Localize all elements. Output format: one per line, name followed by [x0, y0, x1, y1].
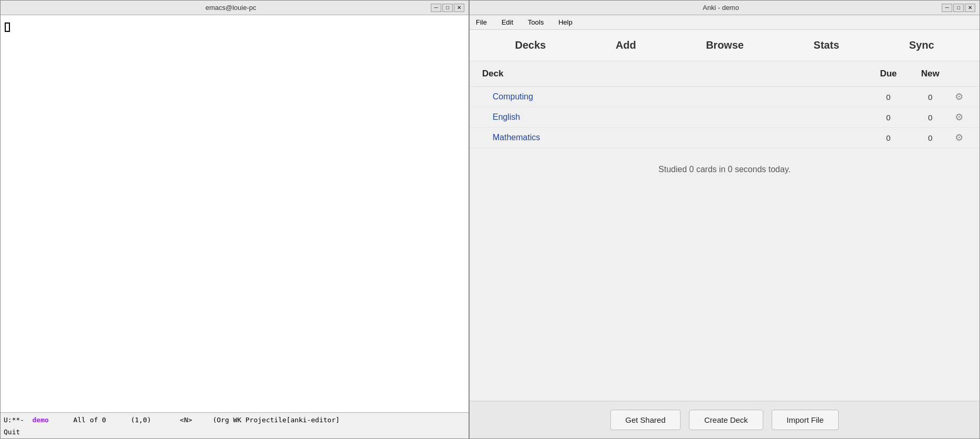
- anki-toolbar: Decks Add Browse Stats Sync: [470, 30, 979, 61]
- deck-new-count: 0: [909, 133, 951, 142]
- emacs-statusbar: U:**- demo All of 0 (1,0) <N> (Org WK Pr…: [1, 412, 469, 427]
- emacs-titlebar: emacs@louie-pc ─ □ ✕: [1, 1, 469, 15]
- deck-name[interactable]: Computing: [493, 92, 867, 102]
- deck-name[interactable]: Mathematics: [493, 133, 867, 142]
- anki-titlebar: Anki - demo ─ □ ✕: [470, 1, 979, 15]
- toolbar-browse-button[interactable]: Browse: [697, 37, 752, 53]
- import-file-button[interactable]: Import File: [772, 410, 839, 430]
- deck-list-header: Deck Due New: [470, 61, 979, 87]
- toolbar-decks-button[interactable]: Decks: [507, 37, 554, 53]
- anki-title: Anki - demo: [500, 4, 942, 12]
- create-deck-button[interactable]: Create Deck: [689, 410, 763, 430]
- toolbar-stats-button[interactable]: Stats: [805, 37, 848, 53]
- anki-main-content: Deck Due New Computing00⚙English00⚙Mathe…: [470, 61, 979, 401]
- emacs-buffer[interactable]: [1, 15, 469, 412]
- emacs-status-buffername: demo: [32, 416, 49, 424]
- deck-new-count: 0: [909, 93, 951, 102]
- emacs-minimize-button[interactable]: ─: [431, 4, 441, 12]
- deck-options-gear-icon[interactable]: ⚙: [951, 111, 967, 123]
- anki-restore-button[interactable]: □: [953, 4, 964, 12]
- deck-options-gear-icon[interactable]: ⚙: [951, 91, 967, 103]
- menu-tools[interactable]: Tools: [526, 17, 545, 27]
- deck-col-header-due: Due: [867, 69, 909, 79]
- anki-menubar: File Edit Tools Help: [470, 15, 979, 30]
- toolbar-add-button[interactable]: Add: [607, 37, 644, 53]
- deck-due-count: 0: [867, 113, 909, 122]
- deck-due-count: 0: [867, 93, 909, 102]
- menu-file[interactable]: File: [474, 17, 489, 27]
- deck-list-item: Mathematics00⚙: [470, 128, 979, 148]
- emacs-restore-button[interactable]: □: [442, 4, 453, 12]
- get-shared-button[interactable]: Get Shared: [610, 410, 681, 430]
- deck-due-count: 0: [867, 133, 909, 142]
- menu-edit[interactable]: Edit: [499, 17, 515, 27]
- deck-name[interactable]: English: [493, 112, 867, 122]
- emacs-close-button[interactable]: ✕: [454, 4, 464, 12]
- toolbar-sync-button[interactable]: Sync: [900, 37, 942, 53]
- deck-col-header-new: New: [909, 69, 951, 79]
- emacs-window: emacs@louie-pc ─ □ ✕ U:**- demo All of 0…: [0, 0, 469, 439]
- deck-new-count: 0: [909, 113, 951, 122]
- anki-footer: Get Shared Create Deck Import File: [470, 401, 979, 438]
- deck-options-gear-icon[interactable]: ⚙: [951, 132, 967, 143]
- deck-list-item: English00⚙: [470, 107, 979, 128]
- deck-col-header-deck: Deck: [482, 69, 867, 79]
- deck-list-item: Computing00⚙: [470, 87, 979, 107]
- anki-minimize-button[interactable]: ─: [942, 4, 952, 12]
- emacs-cursor: [5, 22, 10, 32]
- menu-help[interactable]: Help: [556, 17, 575, 27]
- anki-close-button[interactable]: ✕: [965, 4, 975, 12]
- studied-stats: Studied 0 cards in 0 seconds today.: [470, 165, 979, 174]
- emacs-status-mode: U:**-: [4, 416, 32, 424]
- emacs-minibuffer: Quit: [1, 427, 469, 438]
- deck-list: Computing00⚙English00⚙Mathematics00⚙: [470, 87, 979, 148]
- emacs-title: emacs@louie-pc: [31, 4, 431, 12]
- anki-win-controls: ─ □ ✕: [942, 4, 975, 12]
- emacs-win-controls: ─ □ ✕: [431, 4, 464, 12]
- anki-window: Anki - demo ─ □ ✕ File Edit Tools Help D…: [469, 0, 980, 439]
- emacs-status-info: All of 0 (1,0) <N> (Org WK Projectile[an…: [49, 416, 340, 424]
